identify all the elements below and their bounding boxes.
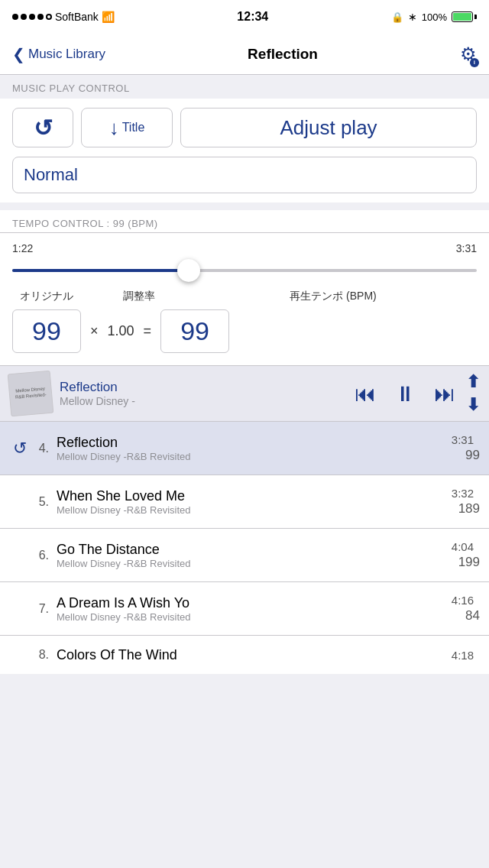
tempo-current-time: 1:22 [12, 242, 33, 254]
signal-dot-4 [37, 14, 44, 20]
track-name: When She Loved Me [57, 488, 445, 504]
prev-track-button[interactable]: ⏮ [351, 378, 379, 410]
status-left: SoftBank 📶 [12, 11, 115, 23]
track-item[interactable]: 5. When She Loved Me Mellow Disney -R&B … [0, 475, 489, 529]
player-bar: Mellow Disney R&B Revisited- Reflection … [0, 365, 489, 422]
track-number: 5. [31, 495, 52, 509]
player-track-subtitle: Mellow Disney - [60, 395, 344, 407]
slider-track [12, 269, 477, 272]
track-meta: 4:04 199 [445, 540, 480, 570]
track-album: Mellow Disney -R&B Revisited [57, 504, 445, 516]
track-info: Reflection Mellow Disney -R&B Revisited [52, 435, 445, 462]
track-list: ↺ 4. Reflection Mellow Disney -R&B Revis… [0, 422, 489, 674]
settings-button[interactable]: ⚙ i [460, 44, 477, 65]
tempo-total-time: 3:31 [456, 242, 477, 254]
slider-thumb[interactable] [177, 259, 200, 282]
player-info: Reflection Mellow Disney - [60, 380, 344, 407]
track-meta: 3:32 189 [445, 487, 480, 517]
track-name: Go The Distance [57, 542, 445, 558]
signal-dots [12, 14, 52, 20]
playback-tempo-value: 99 [160, 309, 229, 353]
original-tempo-value: 99 [12, 309, 81, 353]
playback-label: 再生テンポ (BPM) [189, 290, 477, 303]
track-album: Mellow Disney -R&B Revisited [57, 611, 445, 623]
track-item[interactable]: 6. Go The Distance Mellow Disney -R&B Re… [0, 529, 489, 582]
control-area: ↺ ↓ Title Adjust play Normal [0, 99, 489, 202]
track-name: Colors Of The Wind [57, 647, 445, 663]
track-duration: 3:32 [445, 487, 480, 500]
sort-down-icon: ↓ [109, 116, 119, 140]
multiply-operator: × [87, 323, 102, 339]
repeat-button[interactable]: ↺ [12, 108, 73, 147]
sort-button[interactable]: ↓ Title [81, 108, 173, 147]
signal-dot-1 [12, 14, 18, 20]
rate-label: 調整率 [116, 290, 162, 303]
tempo-control-header: TEMPO CONTROL : 99 (BPM) [0, 210, 489, 232]
track-bpm: 99 [445, 448, 480, 463]
status-right: 🔒 ∗ 100% [391, 11, 477, 23]
bluetooth-icon: ∗ [408, 11, 417, 23]
scroll-down-button[interactable]: ⬇ [466, 395, 480, 415]
original-label: オリジナル [12, 290, 81, 303]
track-meta: 4:16 84 [445, 594, 480, 623]
back-label: Music Library [28, 47, 105, 62]
track-icon: ↺ [9, 439, 31, 458]
slider-fill [12, 269, 189, 272]
track-meta: 4:18 [445, 649, 480, 662]
lock-icon: 🔒 [391, 11, 403, 23]
album-art-text: Mellow Disney R&B Revisited- [13, 384, 48, 402]
scroll-up-button[interactable]: ⬆ [466, 372, 480, 392]
control-buttons-row: ↺ ↓ Title Adjust play [12, 108, 477, 147]
track-duration: 4:04 [445, 540, 480, 553]
track-duration: 4:18 [445, 649, 480, 662]
track-info: When She Loved Me Mellow Disney -R&B Rev… [52, 488, 445, 516]
repeat-icon: ↺ [34, 115, 53, 141]
sort-label: Title [122, 121, 145, 134]
album-art: Mellow Disney R&B Revisited- [8, 371, 54, 417]
track-item[interactable]: ↺ 4. Reflection Mellow Disney -R&B Revis… [0, 422, 489, 475]
music-play-control-header: MUSIC PLAY CONTROL [0, 75, 489, 99]
track-info: Go The Distance Mellow Disney -R&B Revis… [52, 542, 445, 569]
adjust-play-label: Adjust play [280, 116, 377, 140]
track-item[interactable]: 7. A Dream Is A Wish Yo Mellow Disney -R… [0, 582, 489, 636]
info-badge: i [470, 58, 479, 67]
track-album: Mellow Disney -R&B Revisited [57, 451, 445, 462]
signal-dot-2 [21, 14, 27, 20]
pause-button[interactable]: ⏸ [391, 378, 419, 410]
tempo-slider[interactable] [12, 257, 477, 283]
tempo-area: 1:22 3:31 オリジナル × 調整率 = 再生テンポ (BPM) 99 ×… [0, 232, 489, 365]
track-name: A Dream Is A Wish Yo [57, 595, 445, 611]
signal-dot-5 [46, 14, 52, 20]
track-number: 8. [31, 648, 52, 662]
back-arrow-icon: ❮ [12, 45, 25, 63]
play-mode-selector[interactable]: Normal [12, 157, 477, 193]
status-bar: SoftBank 📶 12:34 🔒 ∗ 100% [0, 0, 489, 34]
next-track-button[interactable]: ⏭ [431, 378, 458, 410]
status-time: 12:34 [237, 10, 268, 24]
up-down-controls: ⬆ ⬇ [466, 372, 480, 415]
track-name: Reflection [57, 435, 445, 451]
wifi-icon: 📶 [102, 11, 115, 23]
track-bpm: 189 [445, 501, 480, 517]
equals-operator: = [141, 323, 155, 339]
carrier-name: SoftBank [55, 11, 99, 23]
signal-dot-3 [29, 14, 35, 20]
track-duration: 4:16 [445, 594, 480, 607]
track-item[interactable]: 8. Colors Of The Wind 4:18 [0, 636, 489, 674]
tempo-field-labels-row: オリジナル × 調整率 = 再生テンポ (BPM) [12, 290, 477, 303]
page-title: Reflection [248, 46, 318, 63]
section-divider [0, 202, 489, 210]
track-meta: 3:31 99 [445, 433, 480, 463]
nav-bar: ❮ Music Library Reflection ⚙ i [0, 34, 489, 75]
track-number: 6. [31, 549, 52, 562]
track-bpm: 199 [445, 555, 480, 570]
track-info: A Dream Is A Wish Yo Mellow Disney -R&B … [52, 595, 445, 623]
player-controls: ⏮ ⏸ ⏭ [351, 378, 458, 410]
adjust-play-button[interactable]: Adjust play [180, 108, 477, 147]
player-track-title: Reflection [60, 380, 344, 395]
track-info: Colors Of The Wind [52, 647, 445, 663]
back-button[interactable]: ❮ Music Library [12, 45, 105, 63]
play-mode-value: Normal [24, 165, 78, 185]
battery-indicator [452, 11, 477, 22]
battery-label: 100% [422, 11, 447, 23]
